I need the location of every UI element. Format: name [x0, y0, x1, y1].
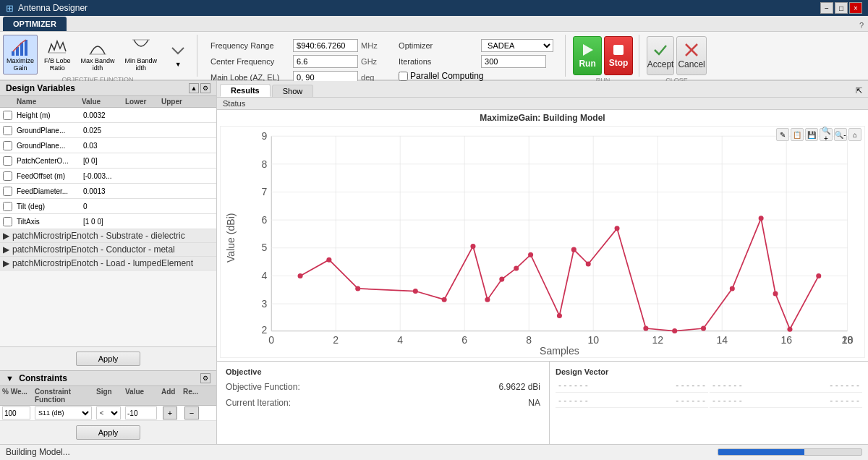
- svg-point-56: [499, 277, 504, 282]
- minimize-button[interactable]: −: [820, 2, 833, 14]
- constraint-func-select[interactable]: S11 (dB): [35, 406, 92, 419]
- dv-row-gp2: GroundPlane...: [0, 138, 216, 153]
- dv-upper-tiltaxis[interactable]: [161, 215, 193, 228]
- close-button[interactable]: ×: [849, 2, 862, 14]
- constraints-apply-button[interactable]: Apply: [76, 425, 141, 440]
- run-button[interactable]: Run: [573, 36, 602, 75]
- help-button[interactable]: ?: [855, 20, 868, 31]
- dv-lower-gp1[interactable]: [125, 124, 157, 137]
- dv-check-pco[interactable]: [3, 156, 12, 166]
- stop-label: Stop: [609, 58, 629, 68]
- cancel-icon: [684, 42, 699, 58]
- maximize-button[interactable]: □: [835, 2, 848, 14]
- constraints-title: ▼ Constraints: [6, 373, 67, 383]
- dv-check-tiltaxis[interactable]: [3, 217, 12, 226]
- dv-check-fo[interactable]: [3, 171, 12, 181]
- chart-zoom-in[interactable]: 🔍+: [820, 128, 833, 141]
- freq-range-input[interactable]: [293, 39, 358, 52]
- parallel-checkbox[interactable]: [399, 72, 408, 81]
- dv-value-gp2[interactable]: [82, 139, 121, 152]
- apply-button[interactable]: Apply: [76, 352, 141, 366]
- svg-point-54: [470, 244, 475, 249]
- dv-value-tiltaxis[interactable]: [82, 215, 121, 228]
- close-group: Accept Cancel: [647, 36, 707, 75]
- objective-function-row: Objective Function: 6.9622 dBi: [226, 382, 540, 392]
- dv-check-tilt[interactable]: [3, 202, 12, 211]
- center-freq-input[interactable]: [293, 55, 358, 68]
- dv-lower-pco[interactable]: [125, 154, 157, 167]
- chart-tool-1[interactable]: ✎: [776, 128, 789, 141]
- dv-upper-fd[interactable]: [161, 184, 193, 197]
- constraints-header: ▼ Constraints ⚙: [0, 370, 216, 386]
- results-tab[interactable]: Results: [220, 84, 271, 97]
- dv-lower-gp2[interactable]: [125, 139, 157, 152]
- dv-upper-gp2[interactable]: [161, 139, 193, 152]
- dv-settings-btn[interactable]: ⚙: [200, 83, 210, 93]
- dv-lower-tilt[interactable]: [125, 200, 157, 213]
- dv-value-height[interactable]: [82, 108, 121, 122]
- dv-value-pco[interactable]: [82, 154, 121, 167]
- chart-home[interactable]: ⌂: [848, 128, 861, 141]
- iterations-input[interactable]: [481, 55, 546, 68]
- dv-check-fd[interactable]: [3, 187, 12, 196]
- dv-upper-pco[interactable]: [161, 154, 193, 167]
- dv-row-pco: PatchCenterO...: [0, 153, 216, 169]
- dv-value-fo[interactable]: [82, 169, 121, 182]
- constraints-settings-btn[interactable]: ⚙: [200, 373, 210, 383]
- constraints-apply-container: Apply: [0, 421, 216, 444]
- objective-function-value: 6.9622 dBi: [499, 382, 540, 392]
- expand-btn[interactable]: ⇱: [853, 85, 865, 97]
- constraint-add-btn[interactable]: +: [163, 406, 177, 419]
- dv-upper-height[interactable]: [161, 108, 193, 122]
- group-2[interactable]: ▶patchMicrostripEnotch - Load - lumpedEl…: [0, 257, 216, 271]
- accept-button[interactable]: Accept: [647, 36, 674, 75]
- min-bw-icon: [131, 37, 151, 57]
- status-bar: Status: [217, 98, 868, 110]
- svg-text:16: 16: [780, 334, 792, 346]
- min-bandwidth-btn[interactable]: Min Bandwidth: [122, 35, 161, 74]
- dv-lower-height[interactable]: [125, 108, 157, 122]
- group-1[interactable]: ▶patchMicrostripEnotch - Conductor - met…: [0, 243, 216, 257]
- title-bar: ⊞ Antenna Designer − □ ×: [0, 0, 868, 16]
- optimizer-select[interactable]: SADEAGAPSO: [481, 39, 553, 52]
- fb-lobe-ratio-btn[interactable]: F/B LobeRatio: [41, 35, 75, 74]
- dv-row-height: Height (m): [0, 108, 216, 123]
- chart-tool-2[interactable]: 📋: [791, 128, 804, 141]
- dv-upper-gp1[interactable]: [161, 124, 193, 137]
- dv-check-gp1[interactable]: [3, 126, 12, 135]
- dv-value-gp1[interactable]: [82, 124, 121, 137]
- constraint-sign-select[interactable]: <>=: [96, 406, 121, 419]
- dv-value-tilt[interactable]: [82, 200, 121, 213]
- progress-bar: [718, 448, 862, 456]
- iterations-row: Iterations: [399, 55, 553, 68]
- dv-expand-btn[interactable]: ▲: [189, 83, 199, 93]
- max-bandwidth-btn[interactable]: Max Bandwidth: [77, 35, 119, 74]
- dv-value-fd[interactable]: [82, 184, 121, 197]
- cancel-button[interactable]: Cancel: [676, 36, 707, 75]
- chart-zoom-out[interactable]: 🔍-: [834, 128, 847, 141]
- constraints-expand-icon[interactable]: ▼: [6, 374, 14, 383]
- optimizer-tab[interactable]: OPTIMIZER: [3, 17, 67, 31]
- dv-check-gp2[interactable]: [3, 141, 12, 150]
- dv-col-check: [0, 97, 14, 106]
- show-tab[interactable]: Show: [272, 85, 314, 97]
- dv-upper-fo[interactable]: [161, 169, 193, 182]
- stop-button[interactable]: Stop: [604, 36, 633, 75]
- maximize-gain-btn[interactable]: MaximizeGain: [3, 35, 38, 74]
- chart-tool-3[interactable]: 💾: [805, 128, 818, 141]
- svg-point-57: [514, 266, 519, 271]
- more-btn[interactable]: ▼: [163, 38, 192, 71]
- dv-lower-fd[interactable]: [125, 184, 157, 197]
- dv-upper-tilt[interactable]: [161, 200, 193, 213]
- constraint-weight-input[interactable]: [2, 406, 30, 419]
- constraint-remove-btn[interactable]: −: [184, 406, 199, 419]
- constraint-value-input[interactable]: [125, 406, 157, 419]
- dv-lower-fo[interactable]: [125, 169, 157, 182]
- group-0[interactable]: ▶patchMicrostripEnotch - Substrate - die…: [0, 229, 216, 243]
- svg-text:8: 8: [526, 334, 532, 346]
- dv-lower-tiltaxis[interactable]: [125, 215, 157, 228]
- svg-point-67: [759, 216, 764, 221]
- dv-check-height[interactable]: [3, 111, 12, 120]
- chart-title: MaximizeGain: Building Model: [220, 113, 865, 123]
- parallel-row: Parallel Computing: [399, 71, 553, 81]
